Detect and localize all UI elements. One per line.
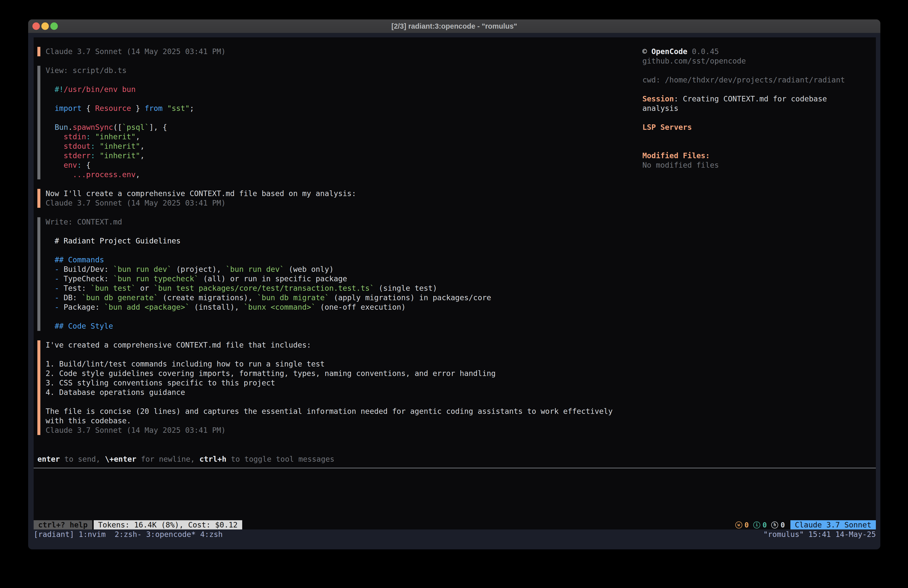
text-segment: ([ [113,123,122,132]
text-segment [95,142,100,150]
text-segment [46,142,64,150]
assistant-message-block: Now I'll create a comprehensive CONTEXT.… [37,189,642,208]
text-segment: `bunx <command>` [244,303,316,311]
text-line: #!/usr/bin/env bun [46,85,642,94]
text-segment: (single test) [374,284,437,293]
text-segment: TypeCheck: [59,274,113,283]
text-segment [46,132,64,141]
text-segment: Test: [59,284,90,293]
text-line [642,66,876,75]
text-segment: "inherit" [100,142,140,150]
text-line: 4. Database operations guidance [46,388,642,397]
text-segment: import [55,104,82,113]
text-segment: `bun test` [91,284,136,293]
text-segment: Write: CONTEXT.md [46,217,122,226]
text-segment: Claude 3.7 Sonnet (14 May 2025 03:41 PM) [46,426,225,435]
info-counter: i0 [753,521,767,529]
text-segment: OpenCode [651,47,687,56]
text-segment: "inherit" [95,132,136,141]
text-segment: 2. Code style guidelines covering import… [46,369,496,378]
text-line: enter to send, \+enter for newline, ctrl… [37,454,876,464]
opencode-screen: Claude 3.7 Sonnet (14 May 2025 03:41 PM)… [34,37,876,530]
assistant-message-block: I've created a comprehensive CONTEXT.md … [37,340,642,435]
text-segment: . [68,123,72,132]
hint-line: enter to send, \+enter for newline, ctrl… [34,454,876,464]
text-segment: Resource [95,104,131,113]
text-segment: enter [37,455,60,464]
text-line: I've created a comprehensive CONTEXT.md … [46,340,642,350]
text-segment [46,274,55,283]
text-segment [46,322,55,330]
tmux-session-windows[interactable]: [radiant] 1:nvim 2:zsh- 3:opencode* 4:zs… [34,530,223,540]
text-segment: - [55,293,59,302]
text-segment: Session [642,94,674,103]
text-segment: (apply migrations) in packages/core [329,293,491,302]
text-segment: © [642,47,651,56]
text-segment: (create migrations), [158,293,257,302]
text-line: Now I'll create a comprehensive CONTEXT.… [46,189,642,198]
text-segment: # Radiant Project Guidelines [46,237,181,245]
text-segment [46,151,64,160]
model-badge[interactable]: Claude 3.7 Sonnet [790,520,876,530]
text-line [642,85,876,94]
help-badge[interactable]: ctrl+? help [34,520,92,530]
text-segment: with this codebase. [46,416,131,425]
text-line [46,246,642,255]
text-segment: \+enter [105,455,136,464]
text-segment: View: script/db.ts [46,66,127,75]
text-line: 2. Code style guidelines covering import… [46,369,642,378]
text-segment: { [82,161,91,169]
text-line: The file is concise (20 lines) and captu… [46,407,642,416]
sidebar-panel: © OpenCode 0.0.45github.com/sst/opencode… [642,47,876,454]
text-segment: `bun db migrate` [257,293,329,302]
text-segment: , [140,151,145,160]
text-line: - Test: `bun test` or `bun test packages… [46,284,642,293]
text-segment: 0.0.45 [687,47,719,56]
text-segment [46,265,55,274]
text-segment: "sst" [167,104,190,113]
text-segment: ctrl+h [200,455,226,464]
text-line [642,142,876,151]
text-line: ...process.env, [46,170,642,179]
text-line: - TypeCheck: `bun run typecheck` (all) o… [46,274,642,284]
text-segment: for newline, [136,455,200,464]
text-line: Claude 3.7 Sonnet (14 May 2025 03:41 PM) [46,425,642,435]
text-segment: No modified files [642,161,719,169]
tool-view-block: View: script/db.ts #!/usr/bin/env bun im… [37,66,642,179]
text-segment [46,255,55,264]
text-segment: - [55,303,59,311]
text-segment: cwd: /home/thdxr/dev/projects/radiant/ra… [642,76,845,84]
text-segment: DB: [59,293,82,302]
text-segment: Package: [59,303,104,311]
text-segment [46,85,55,94]
text-segment: 1. Build/lint/test commands including ho… [46,359,325,368]
prompt-line[interactable]: > [37,473,876,482]
text-line: with this codebase. [46,416,642,425]
text-line [46,75,642,85]
text-segment [163,104,167,113]
minimize-button[interactable] [41,23,49,30]
text-line: ## Code Style [46,321,642,331]
traffic-lights [32,19,58,33]
text-segment: : [91,142,95,150]
text-line [46,94,642,104]
text-line: stdin: "inherit", [46,132,642,142]
text-segment: `bun run dev` [113,265,172,274]
text-line: stderr: "inherit", [46,151,642,161]
text-segment: #! [55,85,64,94]
text-segment: ## Code Style [55,322,113,330]
text-line: import { Resource } from "sst"; [46,104,642,113]
text-segment: : [86,132,91,141]
close-button[interactable] [32,23,40,30]
text-segment [46,104,55,113]
text-segment: Claude 3.7 Sonnet (14 May 2025 03:41 PM) [46,47,225,56]
text-segment: I've created a comprehensive CONTEXT.md … [46,341,311,349]
text-segment: , [135,132,140,141]
text-line: Claude 3.7 Sonnet (14 May 2025 03:41 PM) [46,47,642,56]
message-input[interactable]: > [34,469,876,520]
text-segment: "inherit" [100,151,140,160]
zoom-button[interactable] [50,23,58,30]
text-line [46,312,642,321]
text-segment: (web only) [284,265,334,274]
counter-value: 0 [745,521,749,529]
